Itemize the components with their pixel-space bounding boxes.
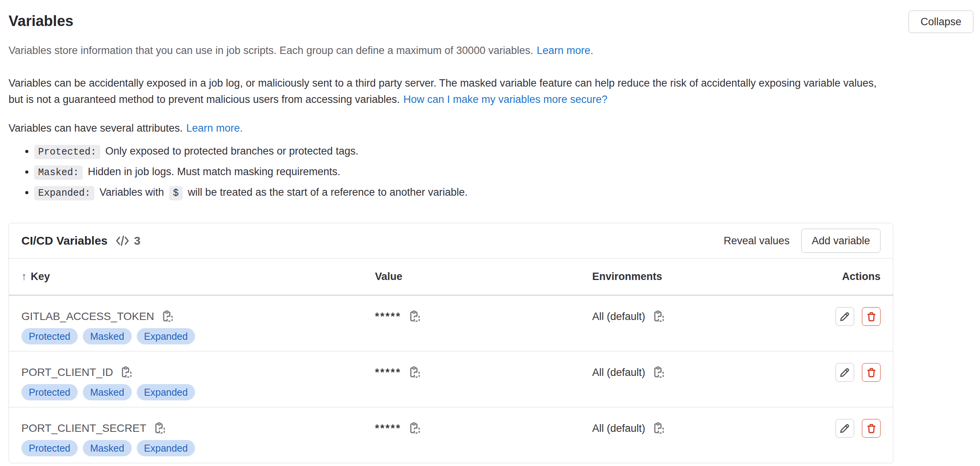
intro-paragraph: Variables store information that you can… — [9, 42, 893, 59]
copy-value-button[interactable] — [407, 309, 422, 324]
intro-text: Variables store information that you can… — [9, 45, 533, 56]
trash-icon — [866, 423, 877, 434]
code-chip: Masked: — [34, 165, 83, 180]
copy-to-clipboard-icon — [120, 366, 133, 379]
edit-variable-button[interactable] — [835, 307, 854, 326]
variable-environments: All (default) — [592, 308, 645, 325]
variables-card-header: CI/CD Variables 3 Reveal values Add vari… — [9, 223, 893, 258]
badge-masked: Masked — [83, 440, 132, 456]
attribute-text: Hidden in job logs. Must match masking r… — [88, 166, 340, 177]
variable-environments: All (default) — [592, 364, 645, 381]
attribute-item: Masked:Hidden in job logs. Must match ma… — [34, 163, 893, 181]
value-cell: ***** — [375, 295, 592, 351]
collapse-button[interactable]: Collapse — [909, 10, 973, 33]
variable-key: GITLAB_ACCESS_TOKEN — [21, 308, 154, 325]
table-header-row: ↑Key Value Environments Actions — [9, 259, 893, 296]
column-header-value: Value — [375, 259, 592, 296]
trash-icon — [866, 311, 877, 322]
copy-value-button[interactable] — [407, 365, 422, 380]
attributes-learn-more-link[interactable]: Learn more. — [186, 122, 243, 134]
copy-environments-button[interactable] — [651, 309, 666, 324]
copy-to-clipboard-icon — [652, 422, 665, 435]
variables-table-body: GITLAB_ACCESS_TOKEN ProtectedMaskedExpan… — [9, 295, 893, 463]
key-cell: PORT_CLIENT_SECRET ProtectedMaskedExpand… — [9, 407, 375, 463]
badge-masked: Masked — [83, 384, 132, 400]
pencil-icon — [839, 311, 850, 322]
variable-value: ***** — [375, 308, 401, 325]
column-header-actions: Actions — [809, 259, 893, 296]
copy-key-button[interactable] — [119, 365, 134, 380]
variables-card: CI/CD Variables 3 Reveal values Add vari… — [9, 223, 893, 463]
trash-icon — [866, 367, 877, 378]
key-cell: GITLAB_ACCESS_TOKEN ProtectedMaskedExpan… — [9, 295, 375, 351]
sort-ascending-icon: ↑ — [21, 270, 27, 282]
column-header-environments: Environments — [592, 259, 809, 296]
environments-cell: All (default) — [592, 295, 809, 351]
table-row: GITLAB_ACCESS_TOKEN ProtectedMaskedExpan… — [9, 295, 893, 351]
aside-column: Collapse — [909, 0, 973, 463]
variables-table: ↑Key Value Environments Actions GITLAB_A… — [9, 258, 893, 463]
variables-count: 3 — [134, 234, 141, 247]
copy-value-button[interactable] — [407, 421, 422, 436]
pencil-icon — [839, 367, 850, 378]
delete-variable-button[interactable] — [862, 419, 881, 438]
value-cell: ***** — [375, 351, 592, 407]
copy-key-button[interactable] — [160, 309, 175, 324]
page-title: Variables — [9, 12, 893, 30]
copy-to-clipboard-icon — [408, 422, 421, 435]
intro-learn-more-link[interactable]: Learn more. — [537, 45, 593, 56]
actions-cell — [809, 407, 893, 463]
attribute-item: Expanded:Variables with$will be treated … — [34, 184, 893, 202]
badge-list: ProtectedMaskedExpanded — [21, 440, 375, 456]
variable-value: ***** — [375, 420, 401, 437]
attribute-item: Protected:Only exposed to protected bran… — [34, 143, 893, 161]
variables-settings-section: Variables Variables store information th… — [0, 0, 980, 463]
value-cell: ***** — [375, 407, 592, 463]
variable-key: PORT_CLIENT_ID — [21, 364, 113, 381]
attributes-lead-text: Variables can have several attributes. — [9, 122, 183, 134]
badge-protected: Protected — [21, 384, 78, 400]
variable-value: ***** — [375, 364, 401, 381]
warning-paragraph: Variables can be accidentally exposed in… — [9, 75, 893, 108]
variable-key: PORT_CLIENT_SECRET — [21, 420, 146, 437]
table-row: PORT_CLIENT_ID ProtectedMaskedExpanded *… — [9, 351, 893, 407]
copy-to-clipboard-icon — [161, 310, 174, 323]
badge-expanded: Expanded — [137, 440, 195, 456]
copy-to-clipboard-icon — [153, 422, 166, 435]
edit-variable-button[interactable] — [835, 363, 854, 382]
badge-list: ProtectedMaskedExpanded — [21, 328, 375, 344]
copy-to-clipboard-icon — [408, 310, 421, 323]
attribute-text: Variables with — [99, 186, 164, 198]
badge-protected: Protected — [21, 440, 78, 456]
table-row: PORT_CLIENT_SECRET ProtectedMaskedExpand… — [9, 407, 893, 463]
edit-variable-button[interactable] — [835, 419, 854, 438]
code-chip: Expanded: — [34, 186, 94, 200]
code-chip: Protected: — [34, 145, 100, 159]
pencil-icon — [839, 423, 850, 434]
badge-masked: Masked — [83, 328, 132, 344]
attribute-list: Protected:Only exposed to protected bran… — [9, 143, 893, 202]
actions-cell — [809, 351, 893, 407]
actions-cell — [809, 295, 893, 351]
column-header-key[interactable]: ↑Key — [9, 259, 375, 296]
copy-environments-button[interactable] — [651, 421, 666, 436]
copy-to-clipboard-icon — [652, 310, 665, 323]
copy-to-clipboard-icon — [408, 366, 421, 379]
key-cell: PORT_CLIENT_ID ProtectedMaskedExpanded — [9, 351, 375, 407]
environments-cell: All (default) — [592, 351, 809, 407]
badge-expanded: Expanded — [137, 328, 195, 344]
delete-variable-button[interactable] — [862, 307, 881, 326]
badge-protected: Protected — [21, 328, 78, 344]
reveal-values-button[interactable]: Reveal values — [717, 229, 797, 253]
copy-key-button[interactable] — [152, 421, 167, 436]
add-variable-button[interactable]: Add variable — [801, 229, 881, 253]
attribute-text: Only exposed to protected branches or pr… — [105, 145, 358, 157]
code-icon — [115, 235, 129, 247]
badge-expanded: Expanded — [137, 384, 195, 400]
copy-to-clipboard-icon — [652, 366, 665, 379]
card-title: CI/CD Variables — [21, 234, 108, 247]
variables-secure-link[interactable]: How can I make my variables more secure? — [403, 94, 607, 105]
copy-environments-button[interactable] — [651, 365, 666, 380]
environments-cell: All (default) — [592, 407, 809, 463]
delete-variable-button[interactable] — [862, 363, 881, 382]
